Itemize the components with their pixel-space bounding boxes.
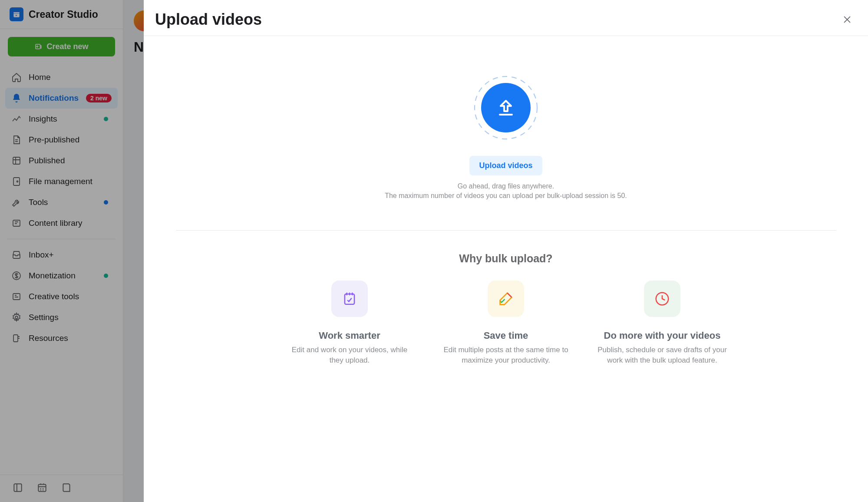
clock-icon	[644, 281, 680, 317]
modal-body: Upload videos Go ahead, drag files anywh…	[144, 36, 868, 502]
why-bulk-upload-section: Why bulk upload? Work smarter Edit and w…	[284, 252, 727, 366]
benefit-desc: Publish, schedule or save drafts of your…	[597, 345, 727, 366]
modal-title: Upload videos	[155, 10, 262, 29]
close-icon	[842, 15, 852, 24]
benefit-do-more: Do more with your videos Publish, schedu…	[597, 281, 727, 366]
modal-header: Upload videos	[144, 0, 868, 36]
upload-drop-target[interactable]	[473, 75, 538, 140]
why-heading: Why bulk upload?	[284, 252, 727, 265]
benefit-desc: Edit and work on your videos, while they…	[284, 345, 415, 366]
upload-videos-button[interactable]: Upload videos	[469, 156, 542, 175]
upload-hint-2: The maximum number of videos you can upl…	[385, 192, 627, 200]
pencil-check-icon	[488, 281, 524, 317]
benefit-desc: Edit multiple posts at the same time to …	[441, 345, 571, 366]
benefit-title: Work smarter	[319, 330, 380, 341]
upload-modal: Upload videos Upload videos Go ahead, dr…	[144, 0, 868, 502]
benefit-work-smarter: Work smarter Edit and work on your video…	[284, 281, 415, 366]
svg-rect-12	[345, 294, 354, 304]
upload-hint-1: Go ahead, drag files anywhere.	[458, 182, 554, 190]
upload-arrow-icon	[495, 97, 516, 118]
benefit-title: Do more with your videos	[604, 330, 721, 341]
notepad-icon	[331, 281, 368, 317]
benefit-row: Work smarter Edit and work on your video…	[284, 281, 727, 366]
close-button[interactable]	[839, 12, 855, 27]
section-divider	[176, 230, 836, 231]
benefit-save-time: Save time Edit multiple posts at the sam…	[441, 281, 571, 366]
benefit-title: Save time	[484, 330, 528, 341]
